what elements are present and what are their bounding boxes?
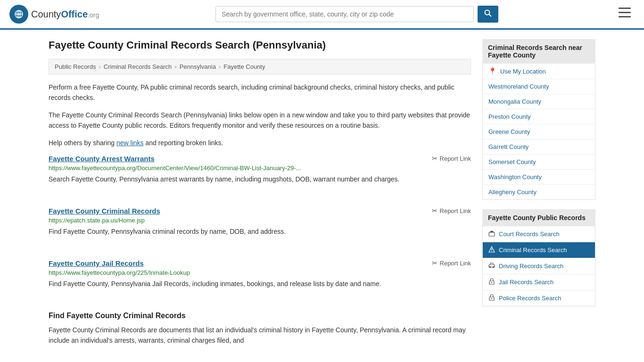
public-records-section: Fayette County Public Records Court Reco… <box>482 209 595 306</box>
logo-icon <box>9 5 28 24</box>
breadcrumb: Public Records › Criminal Records Search… <box>49 59 471 74</box>
nearby-item-6[interactable]: Somerset County <box>483 155 595 170</box>
record-desc-1: Find Fayette County, Pennsylvania crimin… <box>49 227 471 237</box>
logo-text: CountyOffice.org <box>31 9 99 20</box>
sidebar: Criminal Records Search near Fayette Cou… <box>482 39 595 353</box>
record-item-0: Fayette County Arrest Warrants ✂ Report … <box>49 155 471 194</box>
report-label-0: Report Link <box>440 155 471 162</box>
svg-point-15 <box>491 251 492 252</box>
nearby-item-label-4[interactable]: Greene County <box>488 128 530 135</box>
report-label-1: Report Link <box>440 207 471 214</box>
pr-label-0[interactable]: Court Records Search <box>499 230 560 238</box>
nearby-item-5[interactable]: Garrett County <box>483 140 595 155</box>
public-records-item-2[interactable]: Driving Records Search <box>483 258 595 274</box>
nearby-item-4[interactable]: Greene County <box>483 124 595 140</box>
nearby-item-label-0[interactable]: Use My Location <box>500 68 546 75</box>
breadcrumb-sep-1: › <box>99 63 100 70</box>
nearby-item-3[interactable]: Preston County <box>483 109 595 124</box>
breadcrumb-item-criminal-records[interactable]: Criminal Records Search <box>104 63 172 70</box>
public-records-title: Fayette County Public Records <box>482 209 595 226</box>
record-header-2: Fayette County Jail Records ✂ Report Lin… <box>49 259 471 267</box>
svg-rect-11 <box>489 232 495 236</box>
pr-icon-2 <box>488 262 495 270</box>
svg-rect-9 <box>619 12 631 13</box>
svg-rect-8 <box>619 8 631 9</box>
record-header-0: Fayette County Arrest Warrants ✂ Report … <box>49 155 471 163</box>
content-area: Fayette County Criminal Records Search (… <box>49 39 471 353</box>
pr-icon-4 <box>488 294 495 302</box>
nearby-item-2[interactable]: Monongalia County <box>483 94 595 109</box>
find-section-heading: Find Fayette County Criminal Records <box>49 312 471 320</box>
report-icon-2: ✂ <box>432 259 438 267</box>
nearby-item-7[interactable]: Washington County <box>483 170 595 185</box>
record-title-0[interactable]: Fayette County Arrest Warrants <box>49 155 155 163</box>
public-records-list: Court Records Search Criminal Records Se… <box>482 226 595 306</box>
nearby-list: 📍Use My LocationWestmoreland CountyMonon… <box>482 64 595 200</box>
pr-icon-0 <box>488 230 495 238</box>
desc-para-3: Help others by sharing new links and rep… <box>49 138 471 148</box>
report-icon-1: ✂ <box>432 207 438 214</box>
breadcrumb-item-pennsylvania[interactable]: Pennsylvania <box>180 63 216 70</box>
pr-label-2[interactable]: Driving Records Search <box>499 263 563 270</box>
pr-icon-3 <box>488 278 495 286</box>
public-records-item-1[interactable]: Criminal Records Search <box>483 242 595 258</box>
svg-rect-10 <box>619 16 631 17</box>
record-list: Fayette County Arrest Warrants ✂ Report … <box>49 155 471 298</box>
breadcrumb-sep-3: › <box>219 63 221 70</box>
desc-para-2: The Fayette County Criminal Records Sear… <box>49 110 471 131</box>
svg-marker-12 <box>489 230 495 232</box>
main-container: Fayette County Criminal Records Search (… <box>39 30 605 362</box>
nearby-item-0[interactable]: 📍Use My Location <box>483 64 595 79</box>
nearby-item-label-7[interactable]: Washington County <box>488 173 542 181</box>
nearby-section-title: Criminal Records Search near Fayette Cou… <box>482 39 595 64</box>
report-link-1[interactable]: ✂ Report Link <box>432 207 471 214</box>
public-records-item-4[interactable]: Police Records Search <box>483 290 595 306</box>
record-url-2[interactable]: https://www.fayettecountypa.org/225/Inma… <box>49 269 471 276</box>
pr-label-1[interactable]: Criminal Records Search <box>499 247 567 254</box>
nearby-item-8[interactable]: Allegheny County <box>483 185 595 199</box>
report-icon-0: ✂ <box>432 155 438 162</box>
nearby-item-label-5[interactable]: Garrett County <box>488 143 528 150</box>
pr-label-3[interactable]: Jail Records Search <box>499 279 553 286</box>
nearby-item-label-3[interactable]: Preston County <box>488 113 531 120</box>
location-icon: 📍 <box>488 67 496 75</box>
nearby-item-label-1[interactable]: Westmoreland County <box>488 83 549 90</box>
record-desc-2: Find Fayette County, Pennsylvania Jail R… <box>49 279 471 289</box>
public-records-item-3[interactable]: Jail Records Search <box>483 274 595 290</box>
svg-point-20 <box>491 282 492 283</box>
nearby-item-label-2[interactable]: Monongalia County <box>488 98 541 105</box>
record-desc-0: Search Fayette County, Pennsylvania arre… <box>49 174 471 184</box>
pr-label-4[interactable]: Police Records Search <box>499 295 561 302</box>
svg-rect-16 <box>489 264 495 267</box>
desc-para-1: Perform a free Fayette County, PA public… <box>49 82 471 103</box>
menu-button[interactable] <box>615 6 635 23</box>
report-link-2[interactable]: ✂ Report Link <box>432 259 471 267</box>
record-title-2[interactable]: Fayette County Jail Records <box>49 259 144 267</box>
svg-point-22 <box>491 298 492 299</box>
logo-area[interactable]: CountyOffice.org <box>9 5 99 24</box>
svg-point-6 <box>485 10 490 15</box>
record-title-1[interactable]: Fayette County Criminal Records <box>49 207 160 215</box>
find-section-text: Fayette County Criminal Records are docu… <box>49 325 471 346</box>
search-button[interactable] <box>478 6 498 23</box>
search-area <box>215 6 498 23</box>
report-label-2: Report Link <box>440 260 471 267</box>
svg-line-7 <box>489 15 492 17</box>
record-item-1: Fayette County Criminal Records ✂ Report… <box>49 207 471 246</box>
public-records-item-0[interactable]: Court Records Search <box>483 226 595 242</box>
pr-icon-1 <box>488 246 495 254</box>
report-link-0[interactable]: ✂ Report Link <box>432 155 471 162</box>
site-header: CountyOffice.org <box>0 0 644 30</box>
nearby-item-label-6[interactable]: Somerset County <box>488 158 536 165</box>
record-header-1: Fayette County Criminal Records ✂ Report… <box>49 207 471 215</box>
breadcrumb-item-public-records[interactable]: Public Records <box>55 63 96 70</box>
nearby-item-label-8[interactable]: Allegheny County <box>488 189 537 196</box>
nearby-section: Criminal Records Search near Fayette Cou… <box>482 39 595 200</box>
record-url-1[interactable]: https://epatch.state.pa.us/Home.jsp <box>49 217 471 224</box>
breadcrumb-item-fayette[interactable]: Fayette County <box>223 63 265 70</box>
record-item-2: Fayette County Jail Records ✂ Report Lin… <box>49 259 471 298</box>
search-input[interactable] <box>215 6 474 22</box>
record-url-0[interactable]: https://www.fayettecountypa.org/Document… <box>49 165 471 172</box>
new-links-link[interactable]: new links <box>116 139 144 147</box>
nearby-item-1[interactable]: Westmoreland County <box>483 79 595 94</box>
